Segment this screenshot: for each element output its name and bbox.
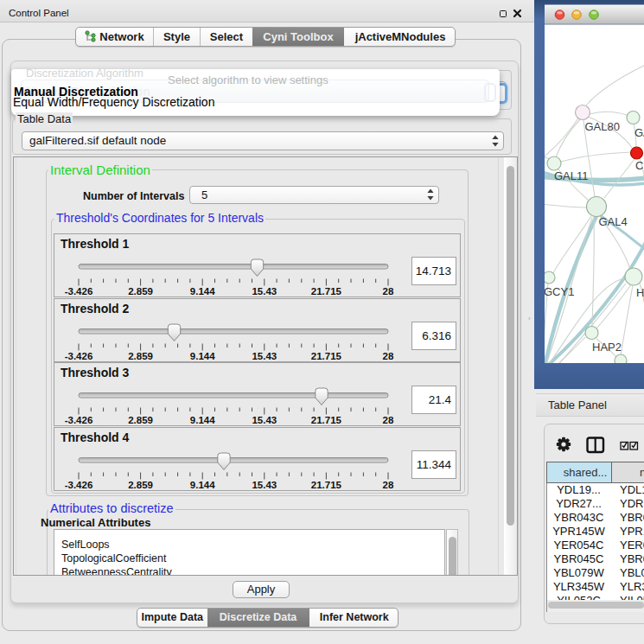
svg-text:GA: GA (634, 126, 644, 139)
svg-text:2.859: 2.859 (128, 480, 153, 490)
svg-text:GAL4: GAL4 (599, 215, 628, 228)
svg-text:21.715: 21.715 (311, 351, 342, 361)
svg-text:15.43: 15.43 (252, 415, 277, 425)
svg-text:-3.426: -3.426 (65, 286, 93, 296)
svg-text:-3.426: -3.426 (65, 351, 93, 361)
svg-text:9.144: 9.144 (190, 286, 215, 296)
svg-text:GCY1: GCY1 (544, 285, 574, 298)
svg-text:28: 28 (383, 351, 394, 361)
svg-text:21.715: 21.715 (311, 415, 342, 425)
svg-text:C: C (635, 159, 643, 172)
svg-text:28: 28 (383, 286, 394, 296)
svg-text:9.144: 9.144 (190, 351, 215, 361)
svg-text:28: 28 (383, 480, 394, 490)
svg-text:21.715: 21.715 (311, 286, 342, 296)
svg-text:2.859: 2.859 (128, 351, 153, 361)
svg-text:HAP2: HAP2 (592, 341, 622, 354)
svg-text:-3.426: -3.426 (65, 480, 93, 490)
svg-text:9.144: 9.144 (190, 480, 215, 490)
svg-text:2.859: 2.859 (128, 415, 153, 425)
svg-text:15.43: 15.43 (252, 286, 277, 296)
svg-text:15.43: 15.43 (252, 480, 277, 490)
svg-text:GAL80: GAL80 (585, 120, 620, 133)
svg-text:2.859: 2.859 (128, 286, 153, 296)
svg-text:GAL11: GAL11 (554, 169, 589, 182)
svg-text:15.43: 15.43 (252, 351, 277, 361)
svg-text:9.144: 9.144 (190, 415, 215, 425)
svg-text:H: H (636, 286, 644, 299)
svg-text:-3.426: -3.426 (65, 415, 93, 425)
svg-text:28: 28 (383, 415, 394, 425)
svg-text:21.715: 21.715 (311, 480, 342, 490)
